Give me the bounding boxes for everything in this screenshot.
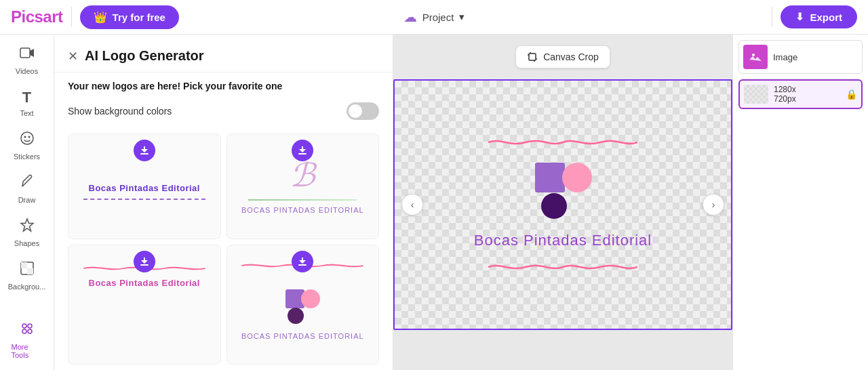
text-icon: T — [22, 89, 31, 106]
svg-point-9 — [28, 324, 32, 328]
videos-icon — [20, 45, 35, 64]
svg-rect-24 — [535, 163, 565, 192]
canvas-area: Canvas Crop ‹ Bocas Pinta — [393, 35, 732, 370]
size-thumb — [744, 85, 768, 104]
sidebar-item-draw-label: Draw — [18, 196, 36, 204]
project-button[interactable]: ☁ Project ▾ — [403, 9, 465, 25]
crown-icon: 👑 — [94, 11, 107, 24]
ornate-b-letter: ℬ — [290, 156, 315, 194]
svg-marker-4 — [21, 219, 33, 231]
sidebar-item-background-label: Backgrou... — [8, 283, 46, 291]
panel-subtitle: Your new logos are here! Pick your favor… — [54, 73, 393, 100]
right-panel: Image 1280x 720px 🔒 — [732, 35, 868, 370]
sidebar-item-videos-label: Videos — [16, 67, 38, 75]
logo-card-2[interactable]: ℬ Bocas Pintadas Editorial — [226, 133, 380, 239]
logo-dotted-1 — [83, 199, 205, 200]
sidebar-item-stickers[interactable]: Stickers — [3, 125, 51, 166]
logo-card-4[interactable]: Bocas Pintadas Editorial — [226, 245, 380, 365]
toggle-label: Show background colors — [68, 106, 172, 117]
svg-point-1 — [21, 132, 33, 144]
download-badge-3[interactable] — [134, 251, 155, 272]
export-button[interactable]: ⬇ Export — [781, 5, 857, 28]
background-colors-toggle[interactable] — [347, 102, 379, 120]
canvas-frame: Bocas Pintadas Editorial — [393, 79, 732, 330]
svg-rect-13 — [298, 153, 307, 155]
logo-name-1: Bocas Pintadas Editorial — [89, 183, 200, 193]
panel-title: AI Logo Generator — [85, 48, 204, 64]
sidebar-item-text[interactable]: T Text — [3, 83, 51, 123]
stickers-icon — [20, 131, 35, 150]
logo-name-2: Bocas Pintadas Editorial — [241, 206, 364, 214]
picsart-logo: Picsart — [11, 7, 63, 26]
sidebar-item-more-tools-label: More Tools — [12, 343, 43, 359]
sidebar: Videos T Text Stickers Draw — [0, 35, 54, 370]
svg-rect-0 — [20, 48, 30, 58]
canvas-crop-button[interactable]: Canvas Crop — [515, 45, 610, 68]
svg-rect-19 — [529, 54, 536, 60]
download-badge-1[interactable] — [134, 140, 155, 161]
svg-rect-15 — [298, 264, 307, 266]
topbar-right-divider — [772, 7, 772, 27]
cloud-icon: ☁ — [403, 9, 417, 25]
canvas-checkered-bg: Bocas Pintadas Editorial — [395, 81, 731, 329]
draw-icon — [20, 174, 35, 193]
sidebar-item-background[interactable]: Backgrou... — [3, 255, 51, 296]
topbar-divider — [71, 7, 72, 27]
right-panel-image-item[interactable]: Image — [738, 40, 863, 74]
panel-header: ✕ AI Logo Generator — [54, 35, 393, 73]
svg-point-17 — [301, 289, 320, 308]
size-info: 1280x 720px — [774, 85, 840, 104]
background-icon — [20, 261, 35, 280]
size-width: 1280x — [774, 85, 840, 94]
download-badge-4[interactable] — [292, 251, 313, 272]
logo-name-4: Bocas Pintadas Editorial — [241, 332, 364, 340]
sidebar-item-text-label: Text — [20, 109, 33, 117]
canvas-next-button[interactable]: › — [703, 194, 724, 215]
chevron-down-icon: ▾ — [459, 11, 465, 23]
svg-point-25 — [562, 163, 592, 192]
ai-logo-panel: ✕ AI Logo Generator Your new logos are h… — [54, 35, 393, 370]
sidebar-item-draw[interactable]: Draw — [3, 169, 51, 209]
canvas-toolbar: Canvas Crop — [515, 45, 610, 68]
svg-point-3 — [28, 136, 30, 138]
sidebar-item-videos[interactable]: Videos — [3, 40, 51, 81]
logo-card-1[interactable]: Bocas Pintadas Editorial — [68, 133, 221, 239]
logo-card-3[interactable]: Bocas Pintadas Editorial — [68, 245, 221, 365]
crop-icon — [527, 52, 538, 62]
canvas-prev-button[interactable]: ‹ — [401, 194, 423, 215]
svg-point-2 — [24, 136, 26, 138]
try-free-button[interactable]: 👑 Try for free — [80, 5, 179, 29]
main-layout: Videos T Text Stickers Draw — [0, 35, 868, 370]
svg-rect-14 — [140, 264, 149, 266]
svg-rect-6 — [21, 262, 27, 268]
sidebar-item-more-tools[interactable]: More Tools — [3, 316, 51, 365]
download-icon: ⬇ — [795, 11, 804, 23]
right-panel-size-item[interactable]: 1280x 720px 🔒 — [738, 79, 863, 109]
logo-name-3: Bocas Pintadas Editorial — [89, 278, 200, 288]
svg-point-18 — [288, 308, 304, 324]
toggle-row: Show background colors — [54, 100, 393, 128]
topbar-right: ⬇ Export — [772, 5, 857, 28]
svg-point-11 — [28, 329, 32, 333]
canvas-logo-graphic — [532, 160, 593, 221]
logo-abstract-4 — [282, 286, 323, 327]
shapes-icon — [20, 218, 35, 237]
svg-rect-27 — [749, 51, 762, 63]
canvas-wave-bottom — [488, 260, 637, 274]
close-button[interactable]: ✕ — [68, 50, 78, 62]
size-height: 720px — [774, 94, 840, 104]
logo-grid: Bocas Pintadas Editorial ℬ Bocas Pintada… — [54, 128, 393, 370]
svg-point-8 — [22, 324, 26, 328]
svg-point-26 — [541, 193, 567, 219]
topbar: Picsart 👑 Try for free ☁ Project ▾ ⬇ Exp… — [0, 0, 868, 35]
sidebar-item-stickers-label: Stickers — [14, 152, 40, 161]
sidebar-item-shapes[interactable]: Shapes — [3, 212, 51, 253]
lock-icon: 🔒 — [846, 89, 857, 100]
sidebar-item-shapes-label: Shapes — [14, 239, 39, 247]
right-panel-image-label: Image — [773, 52, 797, 62]
svg-rect-7 — [27, 268, 33, 274]
canvas-logo-content: Bocas Pintadas Editorial — [474, 136, 652, 274]
more-tools-icon — [20, 321, 35, 340]
image-thumb — [743, 45, 768, 69]
canvas-wave-top — [488, 136, 637, 149]
